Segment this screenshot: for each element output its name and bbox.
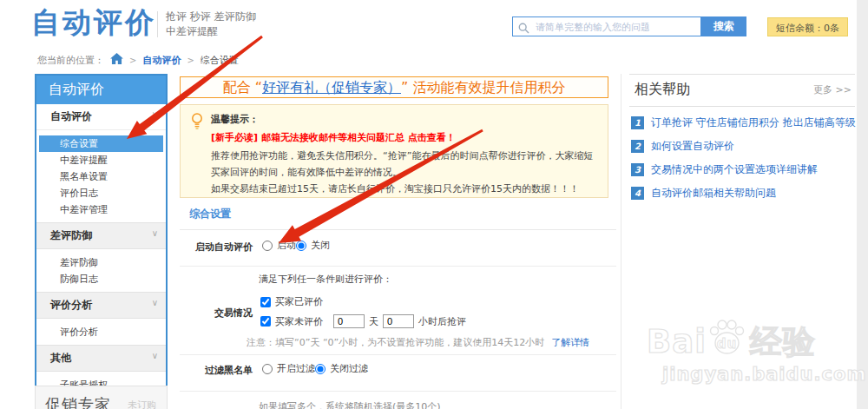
banner-text: ” 活动能有效提升信用积分 <box>401 79 565 96</box>
next-row-partial-text: 如果填写多个，系统将随机选择(最多10个) <box>259 400 441 409</box>
paw-icon: du <box>707 320 746 364</box>
search-input[interactable] <box>512 16 701 36</box>
sidebar: 自动评价 自动评价 ∨ 综合设置 中差评提醒 黑名单设置 评价日志 中差评管理 … <box>35 74 168 399</box>
auto-eval-label: 启动自动评价 <box>178 241 253 254</box>
banner-link[interactable]: 好评有礼（促销专家） <box>262 79 401 96</box>
promo-banner: 配合 “好评有礼（促销专家）” 活动能有效提升信用积分 <box>180 76 608 98</box>
watermark-row: Bai du 经验 <box>647 320 866 364</box>
hours-input[interactable] <box>383 314 414 328</box>
help-title: 相关帮助 <box>635 81 690 99</box>
home-icon[interactable] <box>110 53 123 67</box>
help-header: 相关帮助 更多 >> <box>629 74 855 107</box>
trade-note: 注意：填写“0”天 “0”小时，为不设置抢评功能，建议使用14天12小时了解详情 <box>247 336 589 349</box>
sidebar-item-review-log[interactable]: 评价日志 <box>36 185 166 201</box>
help-item-3[interactable]: 3 交易情况中的两个设置选项详细讲解 <box>631 162 855 177</box>
radio-start[interactable] <box>262 241 273 251</box>
watermark-brand-cn: 经验 <box>750 320 816 364</box>
help-item-link[interactable]: 自动评价邮箱相关帮助问题 <box>651 186 776 201</box>
sidebar-section-other[interactable]: 其他 ∨ <box>36 345 166 372</box>
divider <box>180 266 616 267</box>
blacklist-radios: 开启过滤 关闭过滤 <box>262 362 368 375</box>
promo-box: 促销专家 未订购 <box>35 386 168 409</box>
sidebar-item-bad-review-manage[interactable]: 中差评管理 <box>36 201 166 218</box>
sidebar-group: 差评防御 防御日志 <box>36 249 166 292</box>
sidebar-section-label: 自动评价 <box>50 110 92 122</box>
buyer-reviewed-label[interactable]: 买家已评价 <box>275 295 323 308</box>
chevron-down-icon: ∨ <box>152 109 158 119</box>
buyer-reviewed-checkbox[interactable] <box>260 297 271 307</box>
chevron-down-icon: ∨ <box>152 351 158 360</box>
sidebar-item-bad-review-reminder[interactable]: 中差评提醒 <box>36 152 166 168</box>
help-item-number: 3 <box>631 163 644 176</box>
help-item-1[interactable]: 1 订单抢评 守住店铺信用积分 抢出店铺高等级 <box>631 115 855 130</box>
radio-filter-off-label[interactable]: 关闭过滤 <box>330 362 368 375</box>
app-logo: 自动评价 <box>31 3 156 43</box>
radio-filter-on-label[interactable]: 开启过滤 <box>277 362 315 375</box>
sidebar-item-blacklist-settings[interactable]: 黑名单设置 <box>36 168 166 185</box>
watermark-url: jingyan.baidu.com <box>662 364 866 385</box>
help-item-link[interactable]: 交易情况中的两个设置选项详细讲解 <box>651 162 818 177</box>
help-item-2[interactable]: 2 如何设置自动评价 <box>631 139 855 154</box>
sidebar-item-general-settings[interactable]: 综合设置 <box>39 135 163 152</box>
breadcrumb-separator: > <box>187 56 194 65</box>
notice-line-1: 推荐使用抢评功能，避免丢失信用积分。“抢评”能在最后的时间点帮你进行评价，大家缩… <box>211 148 599 181</box>
buyer-not-reviewed-checkbox[interactable] <box>260 316 271 327</box>
trade-note-text: 注意：填写“0”天 “0”小时，为不设置抢评功能，建议使用14天12小时 <box>247 337 544 348</box>
lightbulb-icon <box>191 113 203 190</box>
notice-alert-link[interactable]: [新手必读] 邮箱无法接收邮件等相关问题汇总 点击查看！ <box>211 131 599 144</box>
notice-body: 温馨提示： [新手必读] 邮箱无法接收邮件等相关问题汇总 点击查看！ 推荐使用抢… <box>211 113 599 190</box>
help-item-number: 1 <box>631 116 644 129</box>
hours-suffix-label: 小时后抢评 <box>418 315 466 328</box>
blacklist-filter-label: 过滤黑名单 <box>178 364 253 377</box>
help-item-4[interactable]: 4 自动评价邮箱相关帮助问题 <box>631 186 855 201</box>
sidebar-section-label: 评价分析 <box>50 299 92 311</box>
buyer-not-reviewed-row: 买家未评价 天 小时后抢评 <box>260 314 466 328</box>
banner-text: 配合 “ <box>223 79 262 96</box>
radio-filter-off[interactable] <box>315 364 326 374</box>
page: 自动评价 抢评 秒评 差评防御 中差评提醒 搜索 短信余额：0条 您当前的位置：… <box>0 0 868 409</box>
sidebar-section-analysis[interactable]: 评价分析 ∨ <box>36 292 166 319</box>
promo-status: 未订购 <box>128 399 156 409</box>
app-tagline: 抢评 秒评 差评防御 中差评提醒 <box>166 10 256 39</box>
notice-box: 温馨提示： [新手必读] 邮箱无法接收邮件等相关问题汇总 点击查看！ 推荐使用抢… <box>180 104 608 198</box>
tagline-row-2: 中差评提醒 <box>166 24 256 39</box>
radio-close-label[interactable]: 关闭 <box>311 239 330 252</box>
breadcrumb-link-auto-eval[interactable]: 自动评价 <box>142 54 181 67</box>
sms-balance-badge: 短信余额：0条 <box>767 17 848 36</box>
help-more-link[interactable]: 更多 >> <box>813 83 852 96</box>
radio-start-label[interactable]: 启动 <box>277 239 296 252</box>
radio-close[interactable] <box>296 241 306 251</box>
days-input[interactable] <box>333 314 365 328</box>
search-bar: 搜索 <box>512 16 746 36</box>
search-button[interactable]: 搜索 <box>701 16 746 36</box>
divider <box>180 391 616 392</box>
chevron-down-icon: ∨ <box>152 228 158 238</box>
sidebar-item-analysis[interactable]: 评价分析 <box>36 324 166 340</box>
buyer-not-reviewed-label[interactable]: 买家未评价 <box>275 315 323 328</box>
notice-line-2: 如果交易结束已超过15天，请店长自行评价，淘宝接口只允许评价15天内的数据！！！ <box>211 181 599 197</box>
sidebar-group: 综合设置 中差评提醒 黑名单设置 评价日志 中差评管理 <box>36 130 166 222</box>
days-unit-label: 天 <box>369 315 378 328</box>
search-icon <box>518 21 529 37</box>
learn-more-link[interactable]: 了解详情 <box>551 337 589 348</box>
trade-condition-hint: 满足下列任一条件则进行评价： <box>259 273 392 286</box>
logo-divider <box>157 11 158 37</box>
help-item-link[interactable]: 订单抢评 守住店铺信用积分 抢出店铺高等级 <box>651 115 856 130</box>
svg-text:du: du <box>717 336 737 352</box>
sidebar-section-defense[interactable]: 差评防御 ∨ <box>36 222 166 249</box>
trade-status-label: 交易情况 <box>178 307 253 320</box>
sidebar-item-defense-log[interactable]: 防御日志 <box>36 271 166 287</box>
sidebar-item-defense[interactable]: 差评防御 <box>36 254 166 271</box>
help-item-link[interactable]: 如何设置自动评价 <box>651 139 734 154</box>
help-item-number: 4 <box>631 187 644 200</box>
breadcrumb-current: 综合设置 <box>201 54 239 67</box>
radio-filter-on[interactable] <box>262 364 273 374</box>
help-panel: 相关帮助 更多 >> 1 订单抢评 守住店铺信用积分 抢出店铺高等级 2 如何设… <box>629 74 855 209</box>
sidebar-section-label: 差评防御 <box>50 229 92 241</box>
breadcrumb: 您当前的位置： > 自动评价 > 综合设置 <box>37 53 239 67</box>
sidebar-section-auto-eval[interactable]: 自动评价 ∨ <box>36 104 166 130</box>
chevron-down-icon: ∨ <box>152 298 158 307</box>
promo-title: 促销专家 <box>45 394 111 409</box>
breadcrumb-separator: > <box>129 56 136 65</box>
buyer-reviewed-row: 买家已评价 <box>260 295 323 308</box>
